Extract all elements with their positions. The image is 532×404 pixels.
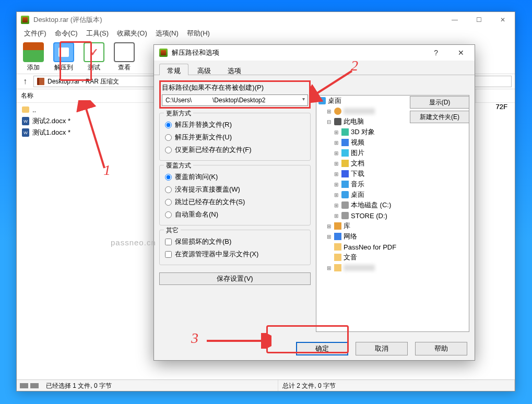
desktop-icon [341,191,349,198]
cancel-button[interactable]: 取消 [356,342,408,355]
maximize-button[interactable]: ☐ [467,12,491,28]
tree-documents[interactable]: ⊞文档 [316,158,469,169]
add-icon [23,42,44,62]
ok-button[interactable]: 确定 [296,342,348,355]
menu-options[interactable]: 选项(N) [151,28,183,39]
check-keep-broken[interactable]: 保留损坏的文件(B) [164,235,306,248]
check-show-explorer[interactable]: 在资源管理器中显示文件(X) [164,248,306,260]
new-folder-button[interactable]: 新建文件夹(E) [410,111,469,123]
title-bar: Desktop.rar (评估版本) — ☐ ✕ [17,12,515,28]
update-mode-title: 更新方式 [164,109,193,118]
add-button[interactable]: 添加 [19,41,48,73]
tab-options[interactable]: 选项 [220,64,249,75]
tree-disk-d[interactable]: ⊞STORE (D:) [316,210,469,221]
tree-blurred[interactable]: ⊞ [316,263,469,273]
music-icon [341,181,349,188]
tree-wenyin[interactable]: 文音 [316,252,469,263]
menu-favorites[interactable]: 收藏夹(O) [113,28,151,39]
disk-icon [341,212,349,219]
view-button[interactable]: 查看 [110,41,139,73]
tree-video[interactable]: ⊞视频 [316,137,469,148]
radio-skip-existing[interactable]: 跳过已经存在的文件(S) [164,196,306,208]
path-text: Desktop.rar - RAR 压缩文 [48,77,119,86]
menu-bar: 文件(F) 命令(C) 工具(S) 收藏夹(O) 选项(N) 帮助(H) [17,28,515,39]
dialog-left-column: 目标路径(如果不存在将被创建)(P) 更新方式 解压并替换文件(R) 解压并更新… [159,80,311,332]
user-icon [334,108,341,115]
file-2: 测试1.docx * [32,128,70,137]
word-icon: W [22,128,29,137]
tree-network[interactable]: ⊞网络 [316,231,469,242]
window-controls: — ☐ ✕ [443,12,515,28]
network-icon [334,233,341,240]
tree-disk-c[interactable]: ⊞本地磁盘 (C:) [316,200,469,210]
menu-file[interactable]: 文件(F) [20,28,51,39]
folder-tree[interactable]: 桌面 ⊞ ⊟此电脑 ⊞3D 对象 ⊞视频 ⊞图片 ⊞文档 ⊞下载 ⊞音乐 ⊞桌面… [316,95,469,332]
word-icon: W [22,117,29,125]
test-icon [84,42,104,62]
tree-desktop2[interactable]: ⊞桌面 [316,189,469,200]
destination-path-input[interactable] [162,94,308,106]
close-button[interactable]: ✕ [491,12,515,28]
status-selected: 已经选择 1 文件, 0 字节 [42,380,278,391]
radio-update-existing[interactable]: 仅更新已经存在的文件(F) [164,144,306,156]
annotation-highlight-2: 目标路径(如果不存在将被创建)(P) [159,80,311,109]
menu-tools[interactable]: 工具(S) [82,28,113,39]
winrar-icon [21,16,29,24]
overwrite-mode-group: 覆盖方式 覆盖前询问(K) 没有提示直接覆盖(W) 跳过已经存在的文件(S) 自… [159,165,311,225]
menu-command[interactable]: 命令(C) [51,28,82,39]
documents-icon [341,160,349,167]
dialog-help-button[interactable]: ? [429,46,443,59]
radio-ask-before[interactable]: 覆盖前询问(K) [164,171,306,183]
tree-pictures[interactable]: ⊞图片 [316,148,469,158]
file-1: 测试2.docx * [32,116,70,126]
update-mode-group: 更新方式 解压并替换文件(R) 解压并更新文件(U) 仅更新已经存在的文件(F) [159,113,311,161]
view-label: 查看 [118,63,131,72]
objects-3d-icon [341,128,349,136]
menu-help[interactable]: 帮助(H) [183,28,214,39]
downloads-icon [341,170,349,177]
other-title: 其它 [164,226,181,235]
show-button[interactable]: 显示(D) [410,96,469,109]
folder-icon [334,243,341,251]
folder-icon [334,264,341,271]
dialog-body: 显示(D) 新建文件夹(E) 目标路径(如果不存在将被创建)(P) 更新方式 解… [154,75,475,337]
path-label: 目标路径(如果不存在将被创建)(P) [162,83,308,92]
extract-to-button[interactable]: 解压到 [49,41,78,73]
file-up: .. [32,106,36,114]
test-button[interactable]: 测试 [79,41,109,73]
tree-music[interactable]: ⊞音乐 [316,179,469,189]
radio-extract-replace[interactable]: 解压并替换文件(R) [164,118,306,131]
other-group: 其它 保留损坏的文件(B) 在资源管理器中显示文件(X) [159,230,311,265]
radio-extract-update[interactable]: 解压并更新文件(U) [164,131,306,144]
video-icon [341,139,349,146]
add-label: 添加 [27,63,40,72]
desktop-icon [318,97,326,104]
test-label: 测试 [88,63,100,72]
tab-advanced[interactable]: 高级 [190,64,219,75]
pictures-icon [341,149,349,157]
archive-icon [37,78,44,85]
tree-libraries[interactable]: ⊞库 [316,221,469,231]
help-button[interactable]: 帮助 [415,342,467,355]
minimize-button[interactable]: — [443,12,467,28]
extract-label: 解压到 [54,63,73,72]
winrar-icon [159,49,168,57]
radio-auto-rename[interactable]: 自动重命名(N) [164,208,306,221]
radio-overwrite-direct[interactable]: 没有提示直接覆盖(W) [164,183,306,196]
dialog-footer: 确定 取消 帮助 [154,337,475,360]
tree-3d[interactable]: ⊞3D 对象 [316,127,469,137]
folder-up-icon [22,106,29,113]
up-arrow-icon[interactable]: ↑ [20,77,30,86]
status-icons [17,380,42,391]
status-total: 总计 2 文件, 0 字节 [278,380,515,391]
tree-passneo[interactable]: PassNeo for PDF [316,242,469,252]
disk-icon [341,201,349,209]
save-settings-button[interactable]: 保存设置(V) [159,272,311,285]
tab-general[interactable]: 常规 [159,64,188,75]
tree-downloads[interactable]: ⊞下载 [316,169,469,179]
dialog-close-button[interactable]: ✕ [453,46,469,59]
dialog-tabs: 常规 高级 选项 [154,61,475,75]
pc-icon [334,118,341,125]
status-bar: 已经选择 1 文件, 0 字节 总计 2 文件, 0 字节 [17,379,515,391]
libraries-icon [334,222,341,230]
